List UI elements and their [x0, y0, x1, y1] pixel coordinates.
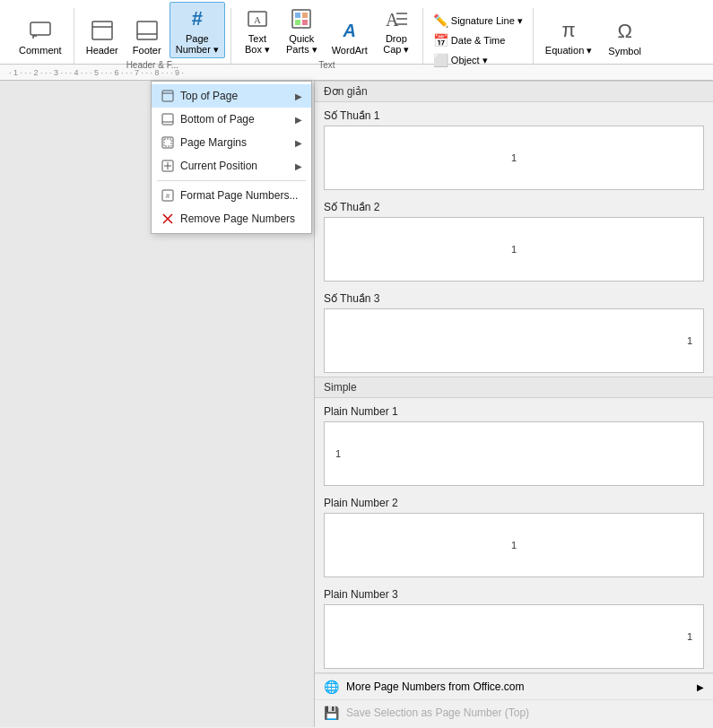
- wordart-icon: A: [335, 16, 364, 45]
- svg-rect-18: [162, 114, 173, 125]
- footer-label: Footer: [133, 45, 161, 56]
- top-of-page-label: Top of Page: [180, 90, 238, 102]
- current-position-label: Current Position: [180, 160, 257, 172]
- wordart-button[interactable]: A WordArt: [326, 13, 374, 58]
- svg-rect-8: [295, 13, 300, 18]
- so-thuan-1-preview[interactable]: 1: [324, 126, 704, 190]
- svg-rect-0: [30, 22, 50, 35]
- so-thuan-2-item: Số Thuần 2 1: [315, 194, 713, 285]
- plain-number-2-item: Plain Number 2 1: [315, 490, 713, 581]
- symbol-label: Symbol: [608, 46, 641, 56]
- so-thuan-1-number: 1: [511, 152, 517, 163]
- bottom-of-page-icon: [161, 112, 175, 126]
- textbox-icon: A: [243, 4, 272, 33]
- plain-number-1-item: Plain Number 1 1: [315, 398, 713, 490]
- more-page-numbers-label: More Page Numbers from Office.com: [346, 680, 525, 693]
- so-thuan-2-preview[interactable]: 1: [324, 217, 704, 282]
- remove-page-numbers-icon: [161, 212, 175, 226]
- so-thuan-3-item: Số Thuần 3 1: [315, 285, 713, 377]
- equation-icon: π: [554, 16, 583, 45]
- equation-label: Equation ▾: [545, 45, 592, 56]
- right-panel[interactable]: Đơn giản Số Thuần 1 1 Số Thuần 2 1 Số Th…: [314, 81, 713, 727]
- object-button[interactable]: ⬜ Object ▾: [429, 50, 527, 70]
- quickparts-label: QuickParts ▾: [286, 33, 317, 56]
- comment-icon: [26, 16, 55, 45]
- plain-number-2-number: 1: [511, 540, 517, 550]
- textbox-button[interactable]: A TextBox ▾: [237, 2, 278, 58]
- plain-number-3-label: Plain Number 3: [324, 588, 704, 601]
- plain-number-2-label: Plain Number 2: [324, 497, 704, 509]
- dropcap-icon: A: [382, 4, 411, 33]
- panel-bottom: 🌐 More Page Numbers from Office.com ▶ 💾 …: [315, 672, 713, 725]
- signature-line-icon: ✏️: [433, 13, 448, 28]
- menu-item-bottom-of-page[interactable]: Bottom of Page ▶: [152, 108, 311, 131]
- header-icon: [88, 16, 117, 45]
- comment-button[interactable]: Comment: [13, 13, 68, 58]
- svg-text:#: #: [166, 192, 170, 200]
- svg-rect-10: [295, 20, 300, 25]
- date-time-icon: 📅: [433, 33, 448, 48]
- equation-symbol-group: π Equation ▾ Ω Symbol: [534, 8, 653, 64]
- header-button[interactable]: Header: [80, 13, 125, 58]
- plain-number-2-preview[interactable]: 1: [324, 513, 704, 577]
- svg-rect-11: [302, 20, 308, 25]
- main-area: Top of Page ▶ Bottom of Page ▶ Page Marg…: [0, 81, 713, 727]
- quickparts-button[interactable]: QuickParts ▾: [280, 2, 324, 58]
- svg-rect-16: [162, 91, 173, 101]
- footer-icon: [133, 16, 161, 45]
- equation-button[interactable]: π Equation ▾: [539, 13, 598, 59]
- svg-rect-21: [164, 139, 171, 146]
- symbol-icon: Ω: [611, 17, 639, 46]
- page-margins-arrow: ▶: [295, 138, 302, 148]
- current-position-arrow: ▶: [295, 161, 302, 171]
- plain-number-1-preview[interactable]: 1: [324, 421, 704, 486]
- more-page-numbers-button[interactable]: 🌐 More Page Numbers from Office.com ▶: [315, 673, 713, 699]
- page-number-icon: #: [183, 4, 212, 33]
- ribbon: Comment Header Footer # PageNumber ▾ He: [0, 0, 713, 65]
- so-thuan-3-preview[interactable]: 1: [324, 308, 704, 373]
- bottom-of-page-label: Bottom of Page: [180, 113, 255, 126]
- so-thuan-2-number: 1: [511, 244, 517, 255]
- page-number-button[interactable]: # PageNumber ▾: [170, 2, 225, 58]
- current-position-icon: [161, 159, 175, 173]
- footer-button[interactable]: Footer: [126, 13, 168, 58]
- signature-small-group: ✏️ Đơn giản Signature Line ▾ 📅 Date & Ti…: [429, 11, 527, 61]
- header-footer-group: Header Footer # PageNumber ▾ Header & F.…: [74, 8, 231, 64]
- bottom-of-page-arrow: ▶: [295, 115, 302, 125]
- menu-item-current-position[interactable]: Current Position ▶: [152, 154, 311, 178]
- plain-number-3-preview[interactable]: 1: [324, 604, 704, 669]
- so-thuan-2-label: Số Thuần 2: [324, 201, 704, 213]
- svg-rect-9: [302, 13, 308, 18]
- menu-item-remove-page-numbers[interactable]: Remove Page Numbers: [152, 207, 311, 230]
- remove-page-numbers-label: Remove Page Numbers: [180, 212, 295, 225]
- menu-separator-1: [157, 180, 306, 181]
- header-footer-group-label: Header & F...: [126, 60, 178, 70]
- svg-text:A: A: [254, 14, 261, 25]
- so-thuan-3-label: Số Thuần 3: [324, 292, 704, 305]
- ruler: · 1 · · · 2 · · · 3 · · · 4 · · · 5 · · …: [0, 65, 713, 81]
- object-icon: ⬜: [433, 53, 448, 67]
- dropcap-button[interactable]: A DropCap ▾: [376, 2, 417, 58]
- save-selection-label: Save Selection as Page Number (Top): [346, 706, 529, 719]
- so-thuan-1-item: Số Thuần 1 1: [315, 102, 713, 194]
- top-of-page-icon: [161, 89, 175, 103]
- page-number-label: PageNumber ▾: [176, 33, 219, 56]
- so-thuan-3-number: 1: [687, 335, 692, 346]
- menu-item-page-margins[interactable]: Page Margins ▶: [152, 131, 311, 154]
- symbol-button[interactable]: Ω Symbol: [602, 14, 648, 59]
- comments-group: Comment: [7, 8, 74, 64]
- dropcap-label: DropCap ▾: [383, 33, 409, 56]
- date-time-button[interactable]: 📅 Date & Time: [429, 30, 527, 50]
- format-page-numbers-label: Format Page Numbers...: [180, 189, 298, 202]
- signature-group: ✏️ Đơn giản Signature Line ▾ 📅 Date & Ti…: [423, 8, 534, 64]
- comment-label: Comment: [19, 45, 62, 56]
- menu-item-top-of-page[interactable]: Top of Page ▶: [152, 84, 311, 108]
- menu-item-format-page-numbers[interactable]: # Format Page Numbers...: [152, 184, 311, 207]
- more-page-numbers-arrow: ▶: [697, 682, 704, 692]
- wordart-label: WordArt: [332, 45, 368, 56]
- signature-line-button[interactable]: ✏️ Đơn giản Signature Line ▾: [429, 11, 527, 30]
- textbox-label: TextBox ▾: [245, 33, 270, 56]
- top-of-page-arrow: ▶: [295, 91, 302, 101]
- save-selection-icon: 💾: [324, 706, 339, 720]
- plain-number-1-label: Plain Number 1: [324, 405, 704, 418]
